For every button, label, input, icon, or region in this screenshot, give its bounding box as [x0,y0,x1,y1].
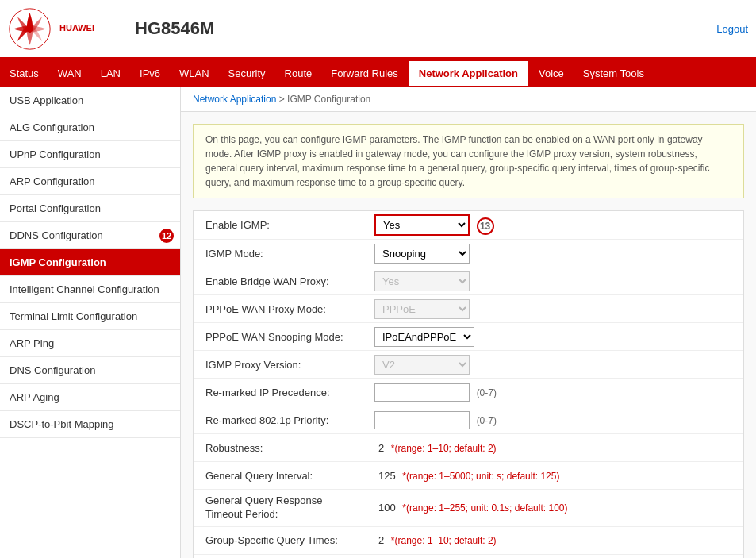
form-row-remarked-ip: Re-marked IP Precedence: (0-7) [194,379,743,406]
sidebar-item-intelligent-channel[interactable]: Intelligent Channel Configuration [0,276,180,303]
control-enable-igmp: Yes No 13 [368,211,743,239]
form-row-group-query-times: Group-Specific Query Times: 2 *(range: 1… [194,527,743,555]
control-general-query-interval: 125 *(range: 1–5000; unit: s; default: 1… [368,467,743,485]
nav-route[interactable]: Route [275,60,322,87]
label-igmp-proxy-version: IGMP Proxy Version: [194,354,368,375]
control-robustness: 2 *(range: 1–10; default: 2) [368,439,743,457]
logout-button[interactable]: Logout [716,23,748,35]
form-row-pppoe-snooping: PPPoE WAN Snooping Mode: IPoEAndPPPoE PP… [194,323,743,351]
form-row-igmp-mode: IGMP Mode: Snooping Proxy [194,240,743,267]
control-remarked-ip: (0-7) [368,380,743,405]
huawei-logo-icon [8,7,52,51]
label-remarked-ip: Re-marked IP Precedence: [194,382,368,403]
form-row-general-query-response: General Query ResponseTimeout Period: 10… [194,490,743,527]
nav-ipv6[interactable]: IPv6 [130,60,170,87]
sidebar-item-dns-configuration[interactable]: DNS Configuration [0,357,180,384]
header: HUAWEI HG8546M Logout [0,0,756,60]
label-robustness: Robustness: [194,437,368,459]
sidebar-item-arp-ping[interactable]: ARP Ping [0,330,180,357]
form-row-group-query-interval: Group-Specific Query Interval: 10 *(rang… [194,555,743,558]
sidebar-item-alg-configuration[interactable]: ALG Configuration [0,114,180,141]
hint-general-query-interval: *(range: 1–5000; unit: s; default: 125) [402,471,559,482]
sidebar-item-usb-application[interactable]: USB Application [0,87,180,114]
form-row-robustness: Robustness: 2 *(range: 1–10; default: 2) [194,434,743,462]
form-row-remarked-8021p: Re-marked 802.1p Priority: (0-7) [194,406,743,434]
hint-robustness: *(range: 1–10; default: 2) [391,443,497,454]
label-bridge-wan-proxy: Enable Bridge WAN Proxy: [194,271,368,292]
sidebar-item-igmp-configuration[interactable]: IGMP Configuration [0,249,180,276]
label-remarked-8021p: Re-marked 802.1p Priority: [194,410,368,431]
value-general-query-interval: 125 [378,470,396,482]
control-general-query-response: 100 *(range: 1–255; unit: 0.1s; default:… [368,498,743,517]
control-bridge-wan-proxy: Yes [368,268,743,294]
breadcrumb-parent[interactable]: Network Application [193,94,276,105]
input-remarked-ip[interactable] [374,383,470,402]
nav-status[interactable]: Status [0,60,48,87]
ddns-badge: 12 [159,229,174,243]
main-nav: Status WAN LAN IPv6 WLAN Security Route … [0,60,756,87]
brand-name: HUAWEI [59,23,94,33]
value-robustness: 2 [378,442,384,454]
main-content: Network Application > IGMP Configuration… [181,87,756,558]
select-pppoe-snooping[interactable]: IPoEAndPPPoE PPPoE IPoE [374,327,474,347]
value-general-query-response: 100 [378,502,396,514]
form-row-igmp-proxy-version: IGMP Proxy Version: V2 V3 [194,351,743,379]
hint-group-query-times: *(range: 1–10; default: 2) [391,535,497,546]
nav-forward-rules[interactable]: Forward Rules [321,60,408,87]
hint-general-query-response: *(range: 1–255; unit: 0.1s; default: 100… [402,502,567,514]
select-pppoe-wan-proxy[interactable]: PPPoE [374,299,470,319]
label-pppoe-snooping: PPPoE WAN Snooping Mode: [194,326,368,348]
sidebar-item-upnp-configuration[interactable]: UPnP Configuration [0,141,180,168]
control-remarked-8021p: (0-7) [368,408,743,433]
badge-13: 13 [477,217,494,235]
select-bridge-wan-proxy[interactable]: Yes [374,271,470,291]
sidebar-item-ddns-configuration[interactable]: DDNS Configuration 12 [0,222,180,249]
value-group-query-times: 2 [378,534,384,546]
select-enable-igmp[interactable]: Yes No [374,214,470,236]
sidebar-item-dscp-pbit[interactable]: DSCP-to-Pbit Mapping [0,411,180,438]
select-igmp-proxy-version[interactable]: V2 V3 [374,355,470,375]
form-table: Enable IGMP: Yes No 13 IGMP Mode: Sno [193,210,744,558]
breadcrumb-child: IGMP Configuration [287,94,370,105]
input-remarked-8021p[interactable] [374,411,470,429]
nav-system-tools[interactable]: System Tools [574,60,654,87]
label-general-query-response: General Query ResponseTimeout Period: [194,490,368,526]
model-name: HG8546M [135,18,214,39]
info-box: On this page, you can configure IGMP par… [193,124,744,198]
form-row-pppoe-wan-proxy: PPPoE WAN Proxy Mode: PPPoE [194,295,743,323]
label-enable-igmp: Enable IGMP: [194,214,368,236]
label-group-query-times: Group-Specific Query Times: [194,529,368,551]
nav-lan[interactable]: LAN [91,60,130,87]
sidebar-item-portal-configuration[interactable]: Portal Configuration [0,195,180,222]
form-row-bridge-wan-proxy: Enable Bridge WAN Proxy: Yes [194,267,743,295]
nav-security[interactable]: Security [219,60,275,87]
breadcrumb: Network Application > IGMP Configuration [181,87,756,112]
nav-network-application[interactable]: Network Application [408,60,529,87]
sidebar: USB Application ALG Configuration UPnP C… [0,87,181,558]
hint-remarked-8021p: (0-7) [477,415,497,426]
sidebar-item-terminal-limit[interactable]: Terminal Limit Configuration [0,303,180,330]
hint-remarked-ip: (0-7) [477,387,497,398]
label-pppoe-wan-proxy: PPPoE WAN Proxy Mode: [194,298,368,320]
form-row-enable-igmp: Enable IGMP: Yes No 13 [194,211,743,240]
control-igmp-proxy-version: V2 V3 [368,352,743,378]
nav-voice[interactable]: Voice [529,60,574,87]
control-group-query-times: 2 *(range: 1–10; default: 2) [368,531,743,549]
select-igmp-mode[interactable]: Snooping Proxy [374,244,470,264]
control-pppoe-snooping: IPoEAndPPPoE PPPoE IPoE [368,324,743,350]
nav-wan[interactable]: WAN [48,60,91,87]
nav-wlan[interactable]: WLAN [170,60,219,87]
content-area: On this page, you can configure IGMP par… [181,112,756,558]
form-row-general-query-interval: General Query Interval: 125 *(range: 1–5… [194,462,743,490]
control-igmp-mode: Snooping Proxy [368,241,743,267]
control-pppoe-wan-proxy: PPPoE [368,296,743,322]
label-igmp-mode: IGMP Mode: [194,243,368,264]
label-general-query-interval: General Query Interval: [194,465,368,487]
page-layout: USB Application ALG Configuration UPnP C… [0,87,756,558]
logo-area: HUAWEI [8,7,119,51]
sidebar-item-arp-configuration[interactable]: ARP Configuration [0,168,180,195]
sidebar-item-arp-aging[interactable]: ARP Aging [0,384,180,411]
